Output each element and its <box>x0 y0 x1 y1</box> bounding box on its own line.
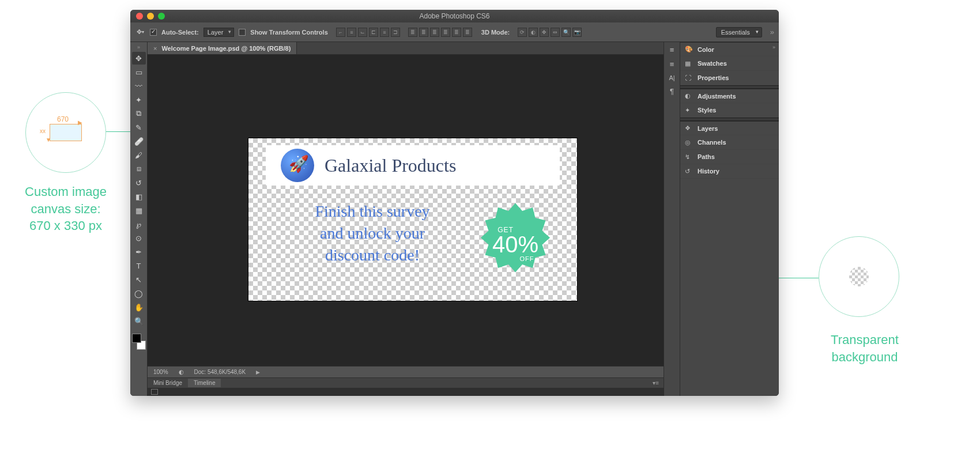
mode3d-roll-icon[interactable]: ◐ <box>529 28 538 37</box>
pen-tool[interactable]: ✒ <box>132 245 146 258</box>
crop-tool[interactable]: ⧉ <box>132 107 146 120</box>
panel-paths-label: Paths <box>698 153 715 160</box>
panel-swatches[interactable]: ▦ Swatches <box>680 56 779 71</box>
distribute-buttons-group: ≣ ≣ ≣ ≣ ≣ ≣ <box>408 28 472 37</box>
panel-history[interactable]: ↺ History <box>680 164 779 179</box>
panel-adjustments[interactable]: ◐ Adjustments <box>680 89 779 103</box>
collapsed-panel-char-icon[interactable]: A| <box>669 74 674 81</box>
panel-paths[interactable]: ↯ Paths <box>680 150 779 164</box>
align-bottom-icon[interactable]: ⌙ <box>358 28 367 37</box>
survey-line-3: discount code! <box>283 244 462 266</box>
panel-layers[interactable]: ❖ Layers <box>680 121 779 135</box>
type-tool[interactable]: T <box>132 259 146 272</box>
canvas-header-strip: Galaxial Products <box>266 145 560 186</box>
document-status-bar: 100% ◐ Doc: 548,6K/548,6K ▶ <box>148 366 664 377</box>
survey-line-2: and unlock your <box>283 222 462 244</box>
bottom-panel-body <box>148 388 664 396</box>
tab-timeline[interactable]: Timeline <box>188 379 221 387</box>
history-brush-tool[interactable]: ↺ <box>132 176 146 189</box>
dist-vcenter-icon[interactable]: ≣ <box>419 28 428 37</box>
annotation-size-text: Custom image canvas size: 670 x 330 px <box>8 183 123 235</box>
dist-hcenter-icon[interactable]: ≣ <box>452 28 461 37</box>
dist-top-icon[interactable]: ≣ <box>408 28 417 37</box>
magic-wand-tool[interactable]: ✦ <box>132 93 146 106</box>
bottom-panel-menu-icon[interactable]: ▾≡ <box>653 380 664 386</box>
collapsed-panel-2-icon[interactable]: ≡ <box>670 60 674 69</box>
mode3d-camera-icon[interactable]: 📷 <box>572 28 582 37</box>
status-disclosure-icon[interactable]: ▶ <box>256 369 260 375</box>
foreground-color-swatch[interactable] <box>132 334 141 343</box>
lasso-tool[interactable]: 〰 <box>132 80 146 92</box>
mode3d-zoom-icon[interactable]: 🔍 <box>561 28 571 37</box>
dist-right-icon[interactable]: ≣ <box>463 28 472 37</box>
annotation-mini-xx: xx <box>40 128 46 134</box>
document-tab[interactable]: × Welcome Page Image.psd @ 100% (RGB/8) <box>148 42 297 54</box>
align-hcenter-icon[interactable]: ≡ <box>380 28 389 37</box>
show-transform-checkbox[interactable] <box>239 29 246 36</box>
mode3d-pan-icon[interactable]: ✥ <box>540 28 549 37</box>
badge-off: OFF <box>520 255 534 262</box>
screen-mode-icon[interactable] <box>151 389 158 395</box>
toolbar-collapse-icon[interactable]: » <box>137 44 140 50</box>
panel-styles[interactable]: ✦ Styles <box>680 103 779 118</box>
panel-channels[interactable]: ◎ Channels <box>680 135 779 150</box>
workspace-dropdown[interactable]: Essentials <box>716 27 762 37</box>
layers-panel-icon: ❖ <box>685 124 693 132</box>
panel-layers-label: Layers <box>698 125 718 132</box>
annotation-mini-width: 670 <box>57 115 69 123</box>
tab-mini-bridge[interactable]: Mini Bridge <box>148 379 188 387</box>
hand-tool[interactable]: ✋ <box>132 301 146 313</box>
panel-history-label: History <box>698 168 719 175</box>
brush-tool[interactable]: 🖌 <box>132 149 146 161</box>
align-right-icon[interactable]: ⊐ <box>391 28 400 37</box>
options-bar: ✥▾ Auto-Select: Layer Show Transform Con… <box>130 22 779 42</box>
mode3d-slide-icon[interactable]: ⇔ <box>551 28 560 37</box>
document-tab-close-icon[interactable]: × <box>153 45 157 52</box>
panel-color[interactable]: 🎨 Color <box>680 42 779 56</box>
dist-bottom-icon[interactable]: ≣ <box>430 28 439 37</box>
clone-stamp-tool[interactable]: ⧇ <box>132 163 146 175</box>
dist-left-icon[interactable]: ≣ <box>441 28 450 37</box>
gradient-tool[interactable]: ▦ <box>132 204 146 217</box>
doc-size-label[interactable]: Doc: 548,6K/548,6K <box>194 369 246 375</box>
canvas-viewport[interactable]: Galaxial Products Finish this survey and… <box>148 55 664 366</box>
panel-styles-label: Styles <box>698 107 716 114</box>
move-tool-indicator-icon[interactable]: ✥▾ <box>135 27 145 37</box>
dodge-tool[interactable]: ⊙ <box>132 232 146 244</box>
close-window-button[interactable] <box>136 13 143 20</box>
foreground-background-colors[interactable] <box>132 334 146 350</box>
align-vcenter-icon[interactable]: ≡ <box>347 28 356 37</box>
move-tool[interactable]: ✥ <box>132 52 146 65</box>
document-canvas[interactable]: Galaxial Products Finish this survey and… <box>248 138 577 301</box>
path-selection-tool[interactable]: ↖ <box>132 273 146 286</box>
annotation-mini-canvas: 670 xx ▶ ▼ <box>50 124 82 141</box>
window-titlebar[interactable]: Adobe Photoshop CS6 <box>130 10 779 22</box>
eraser-tool[interactable]: ◧ <box>132 190 146 203</box>
align-left-icon[interactable]: ⊏ <box>369 28 378 37</box>
zoom-tool[interactable]: 🔍 <box>132 315 146 327</box>
collapsed-panel-1-icon[interactable]: ≡ <box>670 46 674 54</box>
adjustments-panel-icon: ◐ <box>685 92 693 100</box>
align-top-icon[interactable]: ⌐ <box>336 28 345 37</box>
align-buttons-group: ⌐ ≡ ⌙ ⊏ ≡ ⊐ <box>336 28 400 37</box>
styles-panel-icon: ✦ <box>685 107 693 114</box>
mode3d-orbit-icon[interactable]: ⟳ <box>518 28 527 37</box>
zoom-window-button[interactable] <box>158 13 165 20</box>
checker-swatch-icon <box>849 267 869 286</box>
collapsed-panel-para-icon[interactable]: ¶ <box>670 87 674 96</box>
shape-tool[interactable]: ◯ <box>132 287 146 300</box>
exposure-icon[interactable]: ◐ <box>179 369 184 375</box>
history-panel-icon: ↺ <box>685 168 693 175</box>
zoom-level[interactable]: 100% <box>153 369 168 375</box>
panel-properties[interactable]: ⛶ Properties <box>680 71 779 85</box>
auto-select-checkbox[interactable] <box>150 29 157 36</box>
panel-dock-collapse-icon[interactable]: » <box>772 44 775 50</box>
eyedropper-tool[interactable]: ✎ <box>132 121 146 134</box>
auto-select-target-dropdown[interactable]: Layer <box>203 28 235 37</box>
blur-tool[interactable]: ℘ <box>132 218 146 231</box>
collapse-panels-icon[interactable]: » <box>770 28 774 36</box>
marquee-tool[interactable]: ▭ <box>132 66 146 78</box>
healing-brush-tool[interactable]: 🩹 <box>132 135 146 148</box>
minimize-window-button[interactable] <box>147 13 154 20</box>
survey-line-1: Finish this survey <box>283 201 462 222</box>
